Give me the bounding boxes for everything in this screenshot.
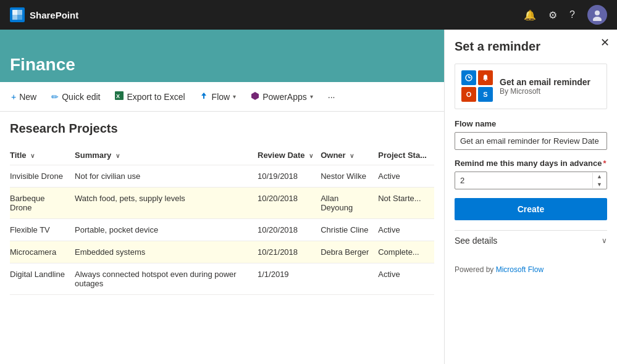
col-review-date[interactable]: Review Date ∨ <box>258 146 321 165</box>
timer-icon <box>461 70 476 85</box>
number-spinners: ▲ ▼ <box>592 173 606 188</box>
cell-title: Flexible TV <box>10 219 75 241</box>
microsoft-flow-link[interactable]: Microsoft Flow <box>496 265 544 274</box>
svg-rect-3 <box>17 15 22 20</box>
cell-review-date: 10/20/2018 <box>258 219 321 241</box>
logo-icon <box>10 7 25 22</box>
cell-status: Complete... <box>378 241 434 263</box>
flow-name-label: Flow name <box>455 119 607 128</box>
cell-title: Barbeque Drone <box>10 188 75 219</box>
sort-icon: ∨ <box>115 152 120 159</box>
powerapps-icon <box>251 91 259 102</box>
top-nav-icons: 🔔 ⚙ ? <box>524 5 607 25</box>
more-label: ··· <box>328 92 335 102</box>
required-marker: * <box>603 159 606 168</box>
table-header-row: Title ∨ Summary ∨ Review Date ∨ Owner ∨ … <box>10 146 434 165</box>
app-name: SharePoint <box>30 10 78 20</box>
notification-icon[interactable]: 🔔 <box>524 9 536 21</box>
sharepoint-icon: S <box>478 87 493 102</box>
svg-rect-2 <box>12 15 17 20</box>
app-logo[interactable]: SharePoint <box>10 7 78 22</box>
settings-icon[interactable]: ⚙ <box>548 9 557 21</box>
cell-owner: Nestor Wilke <box>321 165 378 188</box>
cell-summary: Not for civilian use <box>75 165 258 188</box>
cell-summary: Always connected hotspot even during pow… <box>75 263 258 295</box>
list-title: Research Projects <box>10 122 434 136</box>
cell-title: Invisible Drone <box>10 165 75 188</box>
flow-card-info: Get an email reminder By Microsoft <box>500 77 590 96</box>
cell-title: Microcamera <box>10 241 75 263</box>
flow-card-by: By Microsoft <box>500 87 590 96</box>
new-icon: + <box>11 92 16 102</box>
powerapps-chevron: ▾ <box>310 93 313 100</box>
powerapps-label: PowerApps <box>262 92 307 102</box>
table-row[interactable]: Digital Landline Always connected hotspo… <box>10 263 434 295</box>
cell-owner <box>321 263 378 295</box>
see-details-label: See details <box>455 236 497 246</box>
avatar[interactable] <box>587 5 607 25</box>
create-button[interactable]: Create <box>455 198 607 220</box>
sort-icon: ∨ <box>309 152 313 159</box>
col-owner[interactable]: Owner ∨ <box>321 146 378 165</box>
cell-status: Not Starte... <box>378 188 434 219</box>
cell-title: Digital Landline <box>10 263 75 295</box>
cell-status: Active <box>378 219 434 241</box>
spinner-up[interactable]: ▲ <box>593 173 606 181</box>
table-row[interactable]: Flexible TV Portable, pocket device 10/2… <box>10 219 434 241</box>
col-status: Project Sta... <box>378 146 434 165</box>
list-area: Research Projects Title ∨ Summary ∨ Revi… <box>0 112 444 364</box>
remind-input-wrap: ▲ ▼ <box>455 172 607 189</box>
top-navigation: SharePoint 🔔 ⚙ ? <box>0 0 617 30</box>
cell-owner: Christie Cline <box>321 219 378 241</box>
data-table: Title ∨ Summary ∨ Review Date ∨ Owner ∨ … <box>10 146 434 295</box>
flow-card[interactable]: O S Get an email reminder By Microsoft <box>455 64 607 109</box>
main-layout: Finance + New ✏ Quick edit X Export to E… <box>0 30 617 364</box>
export-button[interactable]: X Export to Excel <box>109 88 191 105</box>
see-details-chevron-icon: ∨ <box>602 236 607 245</box>
flow-button[interactable]: Flow ▾ <box>194 88 243 105</box>
page-title: Finance <box>10 55 75 75</box>
pencil-icon: ✏ <box>51 92 59 102</box>
flow-icon <box>200 91 209 102</box>
svg-point-4 <box>595 10 600 15</box>
toolbar: + New ✏ Quick edit X Export to Excel <box>0 82 444 112</box>
remind-label: Remind me this many days in advance* <box>455 159 607 168</box>
more-button[interactable]: ··· <box>322 88 342 105</box>
cell-review-date: 1/1/2019 <box>258 263 321 295</box>
quick-edit-label: Quick edit <box>62 92 100 102</box>
new-button[interactable]: + New <box>5 88 43 105</box>
svg-marker-8 <box>251 92 259 100</box>
col-title[interactable]: Title ∨ <box>10 146 75 165</box>
table-row[interactable]: Microcamera Embedded systems 10/21/2018 … <box>10 241 434 263</box>
flow-card-name: Get an email reminder <box>500 77 590 87</box>
quick-edit-button[interactable]: ✏ Quick edit <box>45 88 106 105</box>
col-summary[interactable]: Summary ∨ <box>75 146 258 165</box>
svg-rect-12 <box>485 80 487 81</box>
right-panel: ✕ Set a reminder <box>444 30 617 364</box>
powered-by: Powered by Microsoft Flow <box>455 265 607 274</box>
panel-title: Set a reminder <box>455 39 592 54</box>
see-details-toggle[interactable]: See details ∨ <box>455 230 607 250</box>
cell-summary: Watch food, pets, supply levels <box>75 188 258 219</box>
sort-icon: ∨ <box>350 152 354 159</box>
cell-review-date: 10/21/2018 <box>258 241 321 263</box>
svg-text:X: X <box>116 93 120 99</box>
panel-close-button[interactable]: ✕ <box>600 37 610 48</box>
table-row[interactable]: Invisible Drone Not for civilian use 10/… <box>10 165 434 188</box>
cell-review-date: 10/19/2018 <box>258 165 321 188</box>
cell-status: Active <box>378 165 434 188</box>
spinner-down[interactable]: ▼ <box>593 181 606 189</box>
powerapps-button[interactable]: PowerApps ▾ <box>245 88 319 105</box>
table-row[interactable]: Barbeque Drone Watch food, pets, supply … <box>10 188 434 219</box>
cell-review-date: 10/20/2018 <box>258 188 321 219</box>
cell-summary: Embedded systems <box>75 241 258 263</box>
page-header: Finance <box>0 30 444 82</box>
flow-name-input[interactable] <box>455 132 607 150</box>
remind-days-input[interactable] <box>455 172 607 189</box>
export-label: Export to Excel <box>127 92 185 102</box>
help-icon[interactable]: ? <box>569 9 575 20</box>
svg-rect-0 <box>12 10 17 15</box>
cell-status: Active <box>378 263 434 295</box>
flow-card-icons: O S <box>461 70 493 102</box>
flow-label: Flow <box>212 92 230 102</box>
